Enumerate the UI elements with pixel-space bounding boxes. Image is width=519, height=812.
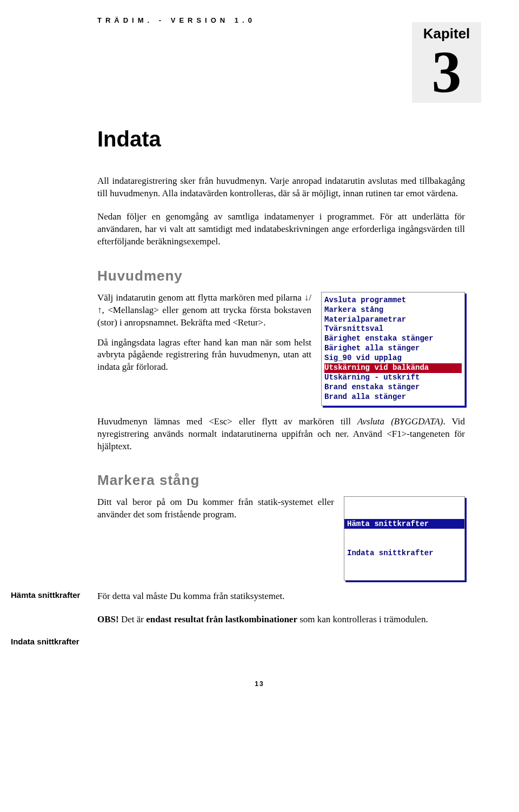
markera-para-3: OBS! Det är endast resultat från lastkom… [97, 614, 465, 626]
markera-para-1: Ditt val beror på om Du kommer från stat… [97, 496, 334, 521]
main-menu-screenshot: Avsluta programmetMarkera stångMaterialp… [321, 292, 465, 406]
menu-item: Sig_90 vid upplag [324, 354, 462, 363]
menu-item: Materialparametrar [324, 315, 462, 325]
menu-item: Brand alla stänger [324, 392, 462, 402]
page-number: 13 [54, 680, 465, 688]
intro-para-2: Nedan följer en genomgång av samtliga in… [97, 211, 465, 248]
menu-item: Bärighet alla stänger [324, 344, 462, 354]
huvudmeny-para-2: Då ingångsdata lagras efter hand kan man… [97, 337, 311, 374]
text-italic: Avsluta (BYGGDATA) [357, 416, 443, 427]
text: Det är [119, 614, 147, 624]
chapter-box: Kapitel 3 [412, 22, 481, 103]
page-title: Indata [97, 127, 465, 151]
section-heading-markera: Markera stång [97, 472, 465, 489]
menu-item: Avsluta programmet [324, 296, 462, 305]
doc-header: TRÄDIM. - VERSION 1.0 [97, 16, 465, 24]
chapter-number: 3 [416, 42, 477, 102]
text: Välj indatarutin genom att flytta markör… [97, 292, 304, 303]
margin-note-hamta: Hämta snittkrafter [11, 590, 92, 600]
menu-item: Bärighet enstaka stänger [324, 334, 462, 344]
menu-item: Utskärning - utskrift [324, 373, 462, 383]
text: som kan kontrolleras i trämodulen. [297, 614, 428, 624]
text: Huvudmenyn lämnas med <Esc> eller flytt … [97, 416, 357, 427]
huvudmeny-para-1: Välj indatarutin genom att flytta markör… [97, 292, 311, 329]
menu-item: Indata snittkrafter [344, 548, 464, 558]
huvudmeny-para-3: Huvudmenyn lämnas med <Esc> eller flytt … [97, 416, 465, 453]
text: , <Mellanslag> eller genom att trycka fö… [97, 305, 311, 328]
menu-item: Utskärning vid balkända [324, 363, 462, 373]
intro-para-1: All indataregistrering sker från huvudme… [97, 175, 465, 200]
text-bold: endast resultat från lastkombinationer [146, 614, 297, 624]
menu-item: Markera stång [324, 305, 462, 315]
section-heading-huvudmeny: Huvudmeny [97, 268, 465, 284]
menu-item: Brand enstaka stänger [324, 383, 462, 392]
markera-para-2: För detta val måste Du komma från statik… [97, 590, 465, 603]
margin-note-indata: Indata snittkrafter [11, 637, 92, 646]
menu-item: Hämta snittkrafter [344, 519, 464, 529]
menu-item: Tvärsnittsval [324, 324, 462, 334]
text-bold: OBS! [97, 614, 119, 624]
submenu-screenshot: Hämta snittkrafter Indata snittkrafter [344, 496, 465, 581]
